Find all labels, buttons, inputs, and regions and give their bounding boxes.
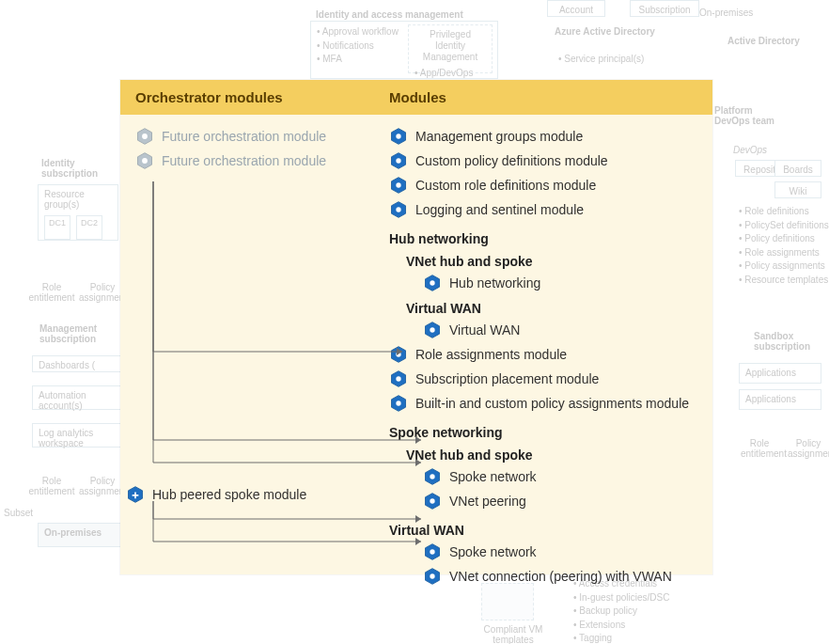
svg-point-6 [396, 134, 400, 138]
spoke-networking-heading: Spoke networking [385, 416, 701, 442]
svg-point-14 [430, 280, 434, 285]
module-label: Built-in and custom policy assignments m… [415, 395, 689, 412]
module-vnet-peering: VNet peering [385, 489, 701, 513]
module-hex-icon [423, 321, 442, 339]
devops-label: DevOps [733, 145, 767, 155]
iam-box: • Approval workflow • Notifications • MF… [310, 21, 498, 79]
account-box: Account [547, 0, 605, 17]
iam-item-2: • MFA [317, 53, 492, 67]
repo-items: • Role definitions • PolicySet definitio… [739, 205, 829, 287]
module-hex-icon [389, 369, 408, 388]
service-principals: • Service principal(s) [558, 53, 644, 67]
pim-box: Privileged Identity Management • App/Dev… [408, 24, 493, 73]
module-label: Hub networking [449, 275, 540, 291]
repository-box: Repository [735, 160, 797, 177]
module-label: VNet peering [449, 493, 526, 510]
iam-title: Identity and access management [316, 9, 463, 20]
future-module-label: Future orchestration module [162, 128, 326, 145]
module-management-groups: Management groups module [385, 124, 701, 149]
module-label: Custom role definitions module [415, 177, 596, 194]
module-builtin-custom-policy-assignments: Built-in and custom policy assignments m… [385, 391, 701, 416]
module-label: Role assignments module [415, 346, 567, 363]
module-hex-icon [135, 127, 154, 146]
boards-box: Boards [774, 160, 821, 177]
module-hub-networking: Hub networking [385, 271, 701, 295]
svg-point-20 [396, 376, 400, 381]
mgmt-sub-label: Management subscription [39, 323, 115, 344]
policy-asg-label-2: Policy assignment [79, 476, 126, 496]
dc1-box: DC1 [44, 215, 70, 240]
module-hex-icon [423, 274, 442, 292]
module-subscription-placement: Subscription placement module [385, 367, 701, 391]
module-label: Spoke network [449, 468, 537, 485]
module-label: VNet connection (peering) with VWAN [449, 568, 672, 585]
platform-devops-label: Platform DevOps team [714, 105, 774, 126]
policy-asg-label-3: Policy assignment [788, 438, 829, 459]
applications-box-2: Applications [739, 389, 821, 410]
module-label: Subscription placement module [415, 370, 599, 387]
resource-group-box: Resource group(s) DC1 DC2 [38, 184, 118, 241]
future-module-2: Future orchestration module [132, 149, 363, 173]
module-vnet-connection-vwan: VNet connection (peering) with VWAN [385, 564, 701, 589]
law-box: Log analytics workspace [32, 423, 122, 448]
module-logging-sentinel: Logging and sentinel module [385, 197, 701, 222]
hub-networking-heading: Hub networking [385, 222, 701, 248]
virtual-wan-heading: Virtual WAN [385, 295, 701, 318]
module-hex-icon [389, 151, 408, 170]
svg-point-1 [142, 134, 148, 139]
ad-label: Active Directory [727, 36, 800, 47]
svg-point-24 [430, 474, 434, 479]
module-virtual-wan: Virtual WAN [385, 318, 701, 342]
module-hex-icon [423, 492, 442, 510]
dc2-box: DC2 [76, 215, 102, 240]
subscription-box: Subscription [630, 0, 699, 17]
svg-point-12 [396, 207, 400, 212]
module-label: Custom policy definitions module [415, 152, 608, 169]
svg-point-16 [430, 327, 434, 332]
module-hex-icon [389, 345, 408, 364]
module-hex-icon [389, 127, 408, 146]
policy-asg-label-1: Policy assignment [79, 282, 126, 303]
svg-point-26 [430, 498, 434, 503]
role-ent-label-2: Role entitlement [28, 476, 75, 496]
aad-label: Azure Active Directory [555, 26, 655, 37]
svg-point-3 [142, 158, 148, 164]
dashboards-box: Dashboards ( [32, 355, 122, 372]
vnet-hub-spoke-heading-2: VNet hub and spoke [385, 442, 701, 464]
svg-point-18 [396, 352, 400, 356]
module-label: Spoke network [449, 543, 537, 560]
automation-box: Automation account(s) [32, 385, 122, 410]
onpremises-box: On-premises [38, 523, 122, 547]
compliant-vm-label: Compliant VM templates [479, 624, 547, 644]
module-hex-icon [423, 467, 442, 486]
module-custom-role-definitions: Custom role definitions module [385, 173, 701, 197]
module-spoke-network: Spoke network [385, 464, 701, 489]
orchestrator-column: Orchestrator modules Future orchestratio… [120, 80, 374, 574]
future-module-label: Future orchestration module [162, 152, 326, 169]
role-ent-label-3: Role entitlement [741, 438, 778, 459]
module-custom-policy-definitions: Custom policy definitions module [385, 149, 701, 173]
module-label: Logging and sentinel module [415, 201, 584, 218]
modules-header: Modules [374, 80, 712, 115]
orchestrator-header: Orchestrator modules [120, 80, 374, 115]
svg-point-10 [396, 182, 400, 187]
module-hex-icon [126, 485, 145, 504]
applications-box-1: Applications [739, 363, 821, 384]
future-module-1: Future orchestration module [132, 124, 363, 149]
svg-point-30 [430, 573, 434, 578]
hub-peered-spoke-label: Hub peered spoke module [152, 487, 306, 502]
virtual-wan-heading-2: Virtual WAN [385, 513, 701, 540]
module-role-assignments: Role assignments module [385, 342, 701, 367]
modules-body: Management groups module Custom policy d… [374, 115, 712, 600]
module-label: Virtual WAN [449, 322, 520, 338]
vnet-hub-spoke-heading: VNet hub and spoke [385, 248, 701, 271]
modules-overlay-panel: Orchestrator modules Future orchestratio… [120, 80, 712, 574]
subset-label: Subset [4, 508, 33, 518]
pim-item-0: • App/DevOps [414, 67, 486, 81]
wiki-box: Wiki [774, 181, 821, 198]
onprem-label: On-premises [699, 8, 753, 18]
module-hex-icon [135, 151, 154, 170]
svg-point-8 [396, 158, 400, 163]
module-label: Management groups module [415, 128, 583, 145]
modules-column: Modules Management groups module Custom … [374, 80, 712, 574]
